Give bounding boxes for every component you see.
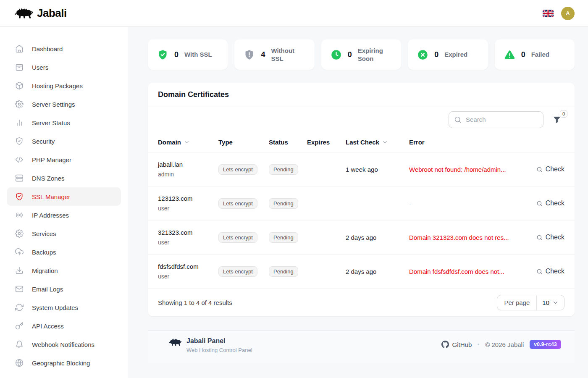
search-input[interactable]	[466, 116, 538, 123]
sidebar-item-users[interactable]: Users	[7, 58, 121, 76]
gear-icon	[15, 100, 24, 109]
sidebar-item-label: Server Status	[32, 119, 70, 126]
shield-check-icon	[157, 49, 168, 60]
check-button[interactable]: Check	[531, 200, 564, 207]
stat-label: Without SSL	[271, 47, 307, 63]
stats-row: 0 With SSL 4 Without SSL 0 Expiring Soon…	[148, 39, 575, 70]
sidebar-item-label: Geographic Blocking	[32, 360, 90, 367]
sidebar-item-label: Migration	[32, 267, 58, 274]
uk-flag-icon[interactable]	[543, 10, 554, 17]
column-expires: Expires	[307, 139, 346, 146]
table-row: jabali.lanadmin Lets encrypt Pending 1 w…	[148, 152, 575, 186]
key-icon	[15, 321, 24, 331]
avatar[interactable]: A	[561, 7, 575, 20]
clock-icon	[331, 49, 342, 60]
search-icon	[536, 200, 543, 207]
filter-count-badge: 0	[560, 110, 567, 118]
chevron-down-icon	[184, 139, 190, 145]
check-button[interactable]: Check	[531, 165, 564, 173]
domain-owner: user	[158, 273, 218, 280]
sidebar-item-services[interactable]: Services	[7, 224, 121, 243]
boar-logo-icon	[13, 6, 33, 21]
sidebar-item-api-access[interactable]: API Access	[7, 317, 121, 335]
check-button[interactable]: Check	[531, 268, 564, 275]
x-circle-icon	[417, 49, 428, 60]
column-error: Error	[409, 139, 531, 146]
stat-card-with-ssl: 0 With SSL	[148, 39, 228, 70]
sidebar-item-ip-addresses[interactable]: IP Addresses	[7, 206, 121, 224]
sidebar-item-label: Webhook Notifications	[32, 341, 94, 348]
users-archive-icon	[15, 63, 24, 72]
table-header: Domain Type Status Expires Last Check Er…	[148, 132, 575, 152]
column-last-check[interactable]: Last Check	[346, 139, 409, 146]
table-row: 123123.comuser Lets encrypt Pending - Ch…	[148, 186, 575, 220]
error-cell: Webroot not found: /home/admin...	[409, 166, 531, 173]
sidebar-item-label: Dashboard	[32, 45, 63, 52]
column-type: Type	[218, 139, 269, 146]
home-icon	[15, 44, 24, 53]
stat-label: Expiring Soon	[358, 47, 394, 63]
stat-value: 4	[261, 50, 265, 59]
sidebar-item-email-logs[interactable]: Email Logs	[7, 280, 121, 298]
table-toolbar: 0	[148, 107, 575, 132]
sidebar-item-label: SSL Manager	[32, 193, 70, 200]
sidebar-item-label: DNS Zones	[32, 175, 65, 182]
stat-label: Failed	[531, 50, 549, 59]
sidebar-item-dns-zones[interactable]: DNS Zones	[7, 169, 121, 187]
version-badge: v0.9-rc43	[530, 340, 561, 349]
sidebar-item-label: Email Logs	[32, 286, 63, 293]
type-badge: Lets encrypt	[218, 232, 257, 243]
status-badge: Pending	[269, 232, 298, 243]
column-domain[interactable]: Domain	[158, 139, 218, 146]
sidebar-item-server-status[interactable]: Server Status	[7, 113, 121, 132]
stat-card-expiring-soon: 0 Expiring Soon	[321, 39, 401, 70]
sidebar-item-php-manager[interactable]: PHP Manager	[7, 150, 121, 169]
type-badge: Lets encrypt	[218, 266, 257, 277]
domain-owner: user	[158, 239, 218, 246]
error-cell: Domain fdsfsdfdsf.com does not...	[409, 268, 531, 275]
status-badge: Pending	[269, 198, 298, 209]
domain-certificates-panel: Domain Certificates 0 Domain Type Status…	[148, 83, 575, 316]
stat-value: 0	[174, 50, 178, 59]
domain-name: fdsfsdfdsf.com	[158, 263, 218, 270]
server-stack-icon	[15, 173, 24, 183]
sidebar-item-server-settings[interactable]: Server Settings	[7, 95, 121, 113]
sidebar-item-webhook-notifications[interactable]: Webhook Notifications	[7, 335, 121, 354]
sidebar-item-label: System Updates	[32, 304, 78, 311]
sidebar-item-label: Services	[32, 230, 56, 237]
broadcast-icon	[15, 210, 24, 220]
results-summary: Showing 1 to 4 of 4 results	[158, 299, 232, 306]
search-box	[449, 111, 543, 128]
column-status: Status	[269, 139, 307, 146]
footer-tagline: Web Hosting Control Panel	[186, 347, 252, 353]
last-check-cell: 1 week ago	[346, 166, 409, 173]
sidebar-item-system-updates[interactable]: System Updates	[7, 298, 121, 317]
sidebar-item-hosting-packages[interactable]: Hosting Packages	[7, 76, 121, 95]
sidebar-item-security[interactable]: Security	[7, 132, 121, 150]
stat-value: 0	[434, 50, 438, 59]
cloud-upload-icon	[15, 247, 24, 257]
error-cell: -	[409, 200, 531, 207]
pagination: Showing 1 to 4 of 4 results Per page 10	[148, 289, 575, 316]
type-badge: Lets encrypt	[218, 164, 257, 175]
github-link[interactable]: GitHub	[441, 341, 472, 348]
sidebar-item-label: IP Addresses	[32, 212, 69, 219]
table-row: fdsfsdfdsf.comuser Lets encrypt Pending …	[148, 255, 575, 289]
package-icon	[15, 81, 24, 90]
brand-name: Jabali	[37, 7, 67, 20]
sidebar: Dashboard Users Hosting Packages Server …	[0, 27, 128, 378]
filter-button[interactable]: 0	[553, 116, 561, 124]
sidebar-item-geographic-blocking[interactable]: Geographic Blocking	[7, 354, 121, 372]
stat-label: Expired	[444, 50, 467, 59]
brand: Jabali	[13, 6, 67, 21]
shield-check-icon	[15, 136, 24, 146]
per-page-select[interactable]: Per page 10	[497, 295, 564, 310]
sidebar-item-ssl-manager[interactable]: SSL Manager	[7, 187, 121, 206]
search-icon	[454, 116, 462, 123]
per-page-label: Per page	[497, 295, 537, 310]
check-button[interactable]: Check	[531, 234, 564, 241]
domain-owner: user	[158, 205, 218, 212]
sidebar-item-migration[interactable]: Migration	[7, 261, 121, 280]
sidebar-item-backups[interactable]: Backups	[7, 243, 121, 261]
sidebar-item-dashboard[interactable]: Dashboard	[7, 39, 121, 58]
